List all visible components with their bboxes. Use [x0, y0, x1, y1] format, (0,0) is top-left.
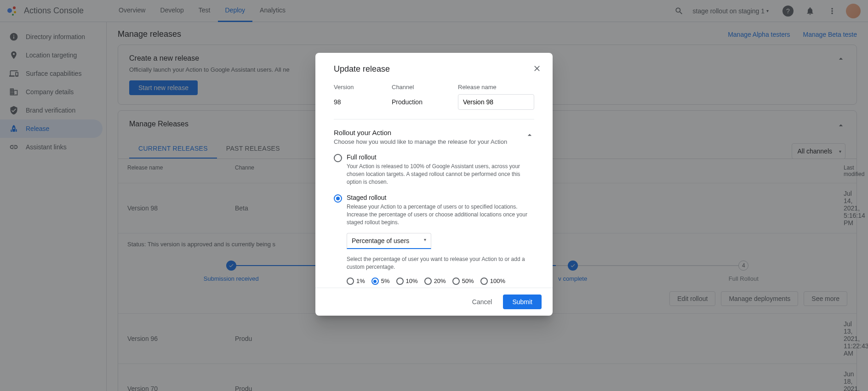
value-version: 98: [334, 98, 392, 106]
radio-icon: [334, 194, 342, 203]
chevron-up-icon[interactable]: [525, 129, 534, 141]
full-rollout-desc: Your Action is released to 100% of Googl…: [347, 163, 534, 186]
full-rollout-label: Full rollout: [347, 153, 534, 161]
rollout-title: Rollout your Action: [334, 129, 507, 136]
close-icon[interactable]: [532, 64, 542, 74]
staged-rollout-label: Staged rollout: [347, 194, 534, 201]
cancel-button[interactable]: Cancel: [465, 295, 500, 309]
modal-title: Update release: [334, 64, 390, 74]
rollout-subtitle: Choose how you would like to manage the …: [334, 138, 507, 145]
label-channel: Channel: [392, 84, 458, 91]
modal-scrim[interactable]: Update release Version Channel Release n…: [0, 0, 868, 391]
pct-100[interactable]: 100%: [480, 277, 505, 285]
submit-button[interactable]: Submit: [503, 295, 542, 309]
radio-full-rollout[interactable]: Full rollout Your Action is released to …: [334, 153, 534, 186]
release-name-input[interactable]: [458, 94, 534, 110]
value-channel: Production: [392, 98, 458, 106]
radio-staged-rollout[interactable]: Staged rollout Release your Action to a …: [334, 194, 534, 226]
pct-20[interactable]: 20%: [424, 277, 446, 285]
radio-icon: [334, 154, 342, 162]
staged-rollout-desc: Release your Action to a percentage of u…: [347, 203, 534, 226]
pct-50[interactable]: 50%: [452, 277, 474, 285]
label-version: Version: [334, 84, 392, 91]
label-release-name: Release name: [458, 84, 497, 91]
percentage-options: 1% 5% 10% 20% 50% 100% Custom %: [347, 277, 534, 288]
percentage-helper-text: Select the percentage of user you want t…: [347, 255, 534, 271]
rollout-type-select[interactable]: Percentage of users: [347, 233, 431, 249]
update-release-modal: Update release Version Channel Release n…: [315, 53, 553, 316]
pct-10[interactable]: 10%: [396, 277, 418, 285]
pct-1[interactable]: 1%: [347, 277, 365, 285]
pct-5[interactable]: 5%: [371, 277, 390, 285]
